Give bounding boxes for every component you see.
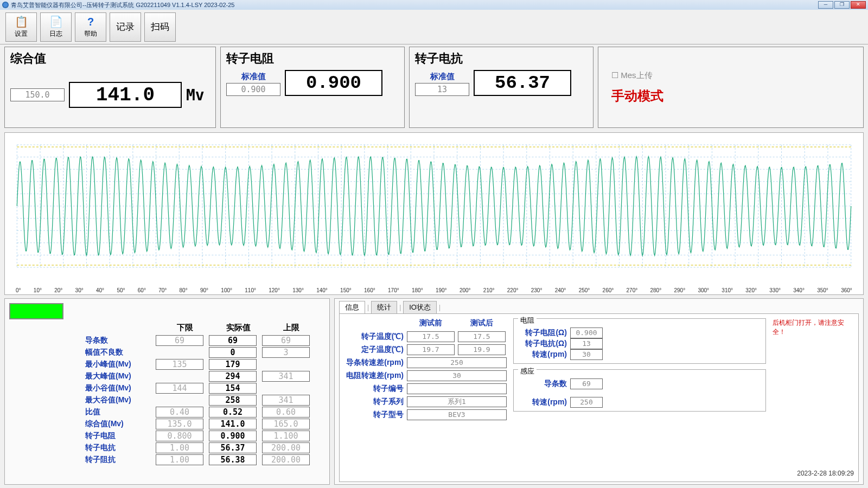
reactance-std: 13 [415, 83, 469, 96]
reactance-value: 56.37 [474, 70, 571, 96]
waveform-chart: 0°10°20°30°40°50°60°70°80°90°100°110°120… [4, 132, 864, 295]
settings-button[interactable]: 📋设置 [5, 12, 37, 42]
resistance-std: 0.900 [226, 83, 280, 96]
chart-x-axis: 0°10°20°30°40°50°60°70°80°90°100°110°120… [5, 287, 863, 293]
table-row: 综合值(Mv)135.0141.0165.0 [9, 419, 325, 429]
composite-title: 综合值 [10, 50, 210, 67]
close-button[interactable]: ✕ [851, 1, 866, 9]
scan-button[interactable]: 扫码 [144, 12, 176, 42]
settings-icon: 📋 [14, 15, 29, 28]
table-row: 幅值不良数03 [9, 347, 325, 358]
table-row: 最小峰值(Mv)135179 [9, 359, 325, 370]
minimize-button[interactable]: ─ [818, 1, 833, 9]
maximize-button[interactable]: ❐ [834, 1, 850, 9]
help-button[interactable]: ?帮助 [75, 12, 106, 42]
timestamp: 2023-2-28 18:09:29 [773, 470, 854, 477]
help-icon: ? [83, 15, 98, 28]
status-indicator [9, 303, 63, 319]
results-table: 下限 实际值 上限 导条数696969幅值不良数03最小峰值(Mv)135179… [4, 298, 330, 485]
info-panel: 信息 | 统计 | IO状态 | 测试前测试后 转子温度(℃)17.517.5 … [334, 298, 864, 485]
mes-upload-checkbox[interactable]: ☐ Mes上传 [611, 70, 850, 81]
table-row: 转子电阻0.8000.9001.100 [9, 431, 325, 441]
reactance-title: 转子电抗 [415, 50, 588, 67]
warning-text: 后机柜门打开，请注意安全！ [773, 318, 854, 337]
mode-panel: ☐ Mes上传 手动模式 [598, 47, 864, 128]
table-row: 导条数696969 [9, 335, 325, 346]
titlebar: 青岛艾普智能仪器有限公司--压铸转子测试系统 G202211049 V1.1.4… [0, 0, 868, 10]
reactance-panel: 转子电抗 标准值 13 56.37 [409, 47, 593, 128]
resistance-panel: 转子电阻 标准值 0.900 0.900 [220, 47, 405, 128]
tab-stats[interactable]: 统计 [371, 301, 397, 313]
table-row: 转子电抗1.0056.37200.00 [9, 442, 325, 453]
composite-unit: Mv [186, 86, 205, 104]
log-button[interactable]: 📄日志 [40, 12, 72, 42]
composite-std: 150.0 [10, 88, 65, 101]
table-row: 比值0.400.520.60 [9, 407, 325, 418]
mode-text: 手动模式 [611, 87, 850, 105]
resistance-value: 0.900 [285, 70, 382, 96]
composite-value: 141.0 [69, 82, 182, 108]
table-row: 最小谷值(Mv)144154 [9, 383, 325, 394]
app-icon [2, 2, 9, 8]
resistance-title: 转子电阻 [226, 50, 399, 67]
toolbar: 📋设置 📄日志 ?帮助 记录 扫码 [0, 10, 868, 44]
log-icon: 📄 [48, 15, 63, 28]
tab-io[interactable]: IO状态 [403, 301, 437, 313]
record-button[interactable]: 记录 [110, 12, 141, 42]
table-row: 最大谷值(Mv)258341 [9, 395, 325, 406]
tab-info[interactable]: 信息 [339, 301, 365, 313]
table-row: 转子阻抗1.0056.38200.00 [9, 454, 325, 465]
window-title: 青岛艾普智能仪器有限公司--压铸转子测试系统 G202211049 V1.1.4… [11, 1, 234, 9]
table-row: 最大峰值(Mv)294341 [9, 371, 325, 382]
composite-panel: 综合值 150.0 141.0 Mv [4, 47, 216, 128]
